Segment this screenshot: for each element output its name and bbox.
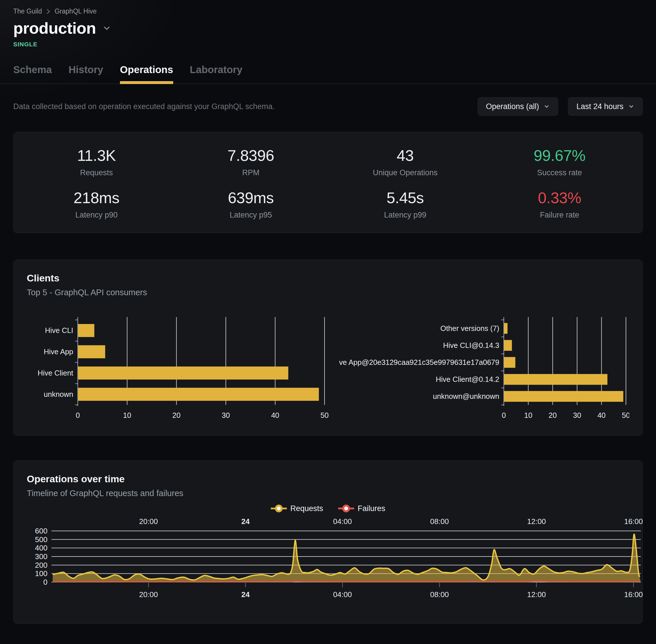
svg-text:Hive App@20e3129caa921c35e9979: Hive App@20e3129caa921c35e9979631e17a067… xyxy=(339,358,499,366)
svg-text:600: 600 xyxy=(35,527,47,535)
breadcrumb: The Guild GraphQL Hive xyxy=(13,7,643,15)
target-mode-badge: SINGLE xyxy=(13,41,643,48)
stat-label: Latency p95 xyxy=(174,211,328,220)
tab-operations[interactable]: Operations xyxy=(120,64,173,84)
stat-label: RPM xyxy=(174,168,328,177)
svg-text:40: 40 xyxy=(271,411,279,419)
bar-0 xyxy=(78,324,94,337)
svg-text:08:00: 08:00 xyxy=(430,517,449,526)
stat-success-rate: 99.67% Success rate xyxy=(483,146,637,177)
operations-filter-dropdown[interactable]: Operations (all) xyxy=(477,97,559,116)
svg-text:10: 10 xyxy=(524,411,532,419)
svg-text:16:00: 16:00 xyxy=(624,590,643,599)
filters-row: Data collected based on operation execut… xyxy=(13,97,643,116)
clients-card-subtitle: Top 5 - GraphQL API consumers xyxy=(27,288,629,297)
svg-text:20: 20 xyxy=(172,411,181,419)
page-description: Data collected based on operation execut… xyxy=(13,102,477,111)
stat-label: Unique Operations xyxy=(328,168,483,177)
operations-timeline-area-chart: 010020030040050060020:002404:0008:0012:0… xyxy=(27,517,643,604)
svg-text:0: 0 xyxy=(502,411,506,419)
stats-summary-card: 11.3K Requests 7.8396 RPM 43 Unique Oper… xyxy=(13,132,643,233)
svg-text:08:00: 08:00 xyxy=(430,590,449,599)
svg-text:Hive App: Hive App xyxy=(44,348,73,356)
stat-latency-p99: 5.45s Latency p99 xyxy=(328,189,483,220)
bar-0 xyxy=(504,323,508,334)
svg-text:Hive CLI@0.14.3: Hive CLI@0.14.3 xyxy=(443,341,499,349)
svg-text:24: 24 xyxy=(241,590,250,599)
svg-text:300: 300 xyxy=(35,552,47,561)
svg-text:30: 30 xyxy=(573,411,581,419)
stat-value: 99.67% xyxy=(483,146,637,164)
legend-item-failures[interactable]: Failures xyxy=(338,504,385,513)
svg-text:12:00: 12:00 xyxy=(527,590,546,599)
bar-3 xyxy=(504,374,607,385)
svg-text:50: 50 xyxy=(622,411,629,419)
bar-4 xyxy=(504,391,623,402)
stat-latency-p95: 639ms Latency p95 xyxy=(174,189,328,220)
page-title: production xyxy=(13,19,96,38)
bar-3 xyxy=(78,388,319,400)
stat-value: 5.45s xyxy=(328,189,483,207)
tab-history[interactable]: History xyxy=(69,64,103,84)
svg-text:Hive Client: Hive Client xyxy=(38,369,73,377)
bar-2 xyxy=(78,367,288,380)
svg-text:12:00: 12:00 xyxy=(527,517,546,526)
svg-text:20:00: 20:00 xyxy=(139,590,158,599)
stat-value: 639ms xyxy=(174,189,328,207)
timeline-card-title: Operations over time xyxy=(27,473,629,485)
page-header: The Guild GraphQL Hive production SINGLE xyxy=(0,0,656,48)
svg-text:20: 20 xyxy=(548,411,557,419)
svg-text:20:00: 20:00 xyxy=(139,517,158,526)
svg-text:40: 40 xyxy=(597,411,605,419)
clients-by-name-bar-chart: Hive CLIHive AppHive Clientunknown010203… xyxy=(27,316,329,422)
svg-text:0: 0 xyxy=(76,411,80,419)
svg-text:Other versions (7): Other versions (7) xyxy=(440,324,499,332)
chevron-down-icon xyxy=(628,103,634,110)
tab-laboratory[interactable]: Laboratory xyxy=(190,64,242,84)
svg-text:unknown: unknown xyxy=(44,390,73,398)
svg-text:unknown@unknown: unknown@unknown xyxy=(433,392,499,400)
svg-text:04:00: 04:00 xyxy=(333,517,352,526)
breadcrumb-org[interactable]: The Guild xyxy=(13,7,42,15)
clients-by-version-bar-chart: Other versions (7)Hive CLI@0.14.3Hive Ap… xyxy=(339,316,629,422)
stat-latency-p90: 218ms Latency p90 xyxy=(19,189,174,220)
stat-label: Failure rate xyxy=(483,211,637,220)
stat-rpm: 7.8396 RPM xyxy=(174,146,328,177)
svg-text:Hive CLI: Hive CLI xyxy=(45,326,73,335)
legend-item-requests[interactable]: Requests xyxy=(271,504,323,513)
operations-over-time-card: Operations over time Timeline of GraphQL… xyxy=(13,460,643,624)
tab-schema[interactable]: Schema xyxy=(13,64,52,84)
stat-value: 43 xyxy=(328,146,483,164)
svg-text:200: 200 xyxy=(35,561,47,570)
svg-text:0: 0 xyxy=(43,578,47,586)
bar-1 xyxy=(504,340,512,351)
stat-label: Success rate xyxy=(483,168,637,177)
svg-text:10: 10 xyxy=(123,411,131,419)
legend-marker-icon xyxy=(338,504,354,513)
svg-text:400: 400 xyxy=(35,544,47,552)
bar-1 xyxy=(78,345,105,358)
chevron-right-icon xyxy=(46,8,51,15)
clients-card: Clients Top 5 - GraphQL API consumers Hi… xyxy=(13,259,643,436)
svg-text:Hive Client@0.14.2: Hive Client@0.14.2 xyxy=(436,375,499,383)
stat-requests: 11.3K Requests xyxy=(19,146,174,177)
stat-value: 218ms xyxy=(19,189,174,207)
date-range-value: Last 24 hours xyxy=(576,102,624,111)
svg-text:16:00: 16:00 xyxy=(624,517,643,526)
legend-marker-icon xyxy=(271,504,287,513)
chevron-down-icon[interactable] xyxy=(102,24,111,33)
stat-label: Latency p90 xyxy=(19,211,174,220)
timeline-card-subtitle: Timeline of GraphQL requests and failure… xyxy=(27,489,629,498)
tab-bar: Schema History Operations Laboratory xyxy=(0,64,656,84)
operations-filter-value: Operations (all) xyxy=(486,102,539,111)
date-range-dropdown[interactable]: Last 24 hours xyxy=(568,97,643,116)
stat-value: 11.3K xyxy=(19,146,174,164)
svg-text:500: 500 xyxy=(35,535,47,544)
stat-value: 0.33% xyxy=(483,189,637,207)
timeline-legend: RequestsFailures xyxy=(27,504,629,513)
chevron-down-icon xyxy=(543,103,550,110)
stat-value: 7.8396 xyxy=(174,146,328,164)
stat-label: Requests xyxy=(19,168,174,177)
svg-text:04:00: 04:00 xyxy=(333,590,352,599)
breadcrumb-project[interactable]: GraphQL Hive xyxy=(55,7,97,15)
